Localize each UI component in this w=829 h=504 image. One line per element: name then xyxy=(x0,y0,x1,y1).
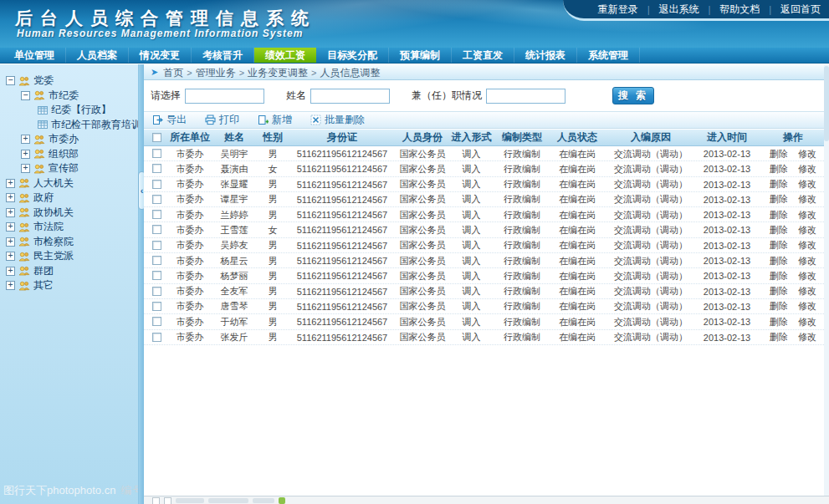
refresh-icon[interactable] xyxy=(279,497,285,504)
delete-link[interactable]: 删除 xyxy=(770,224,788,237)
select-all-checkbox[interactable] xyxy=(152,133,161,142)
expand-icon[interactable]: + xyxy=(21,150,30,159)
edit-link[interactable]: 修改 xyxy=(798,224,816,237)
row-checkbox[interactable] xyxy=(152,195,161,204)
delete-link[interactable]: 删除 xyxy=(770,331,788,344)
tree-node-人大机关[interactable]: +人大机关 xyxy=(0,176,138,191)
edit-link[interactable]: 修改 xyxy=(798,163,816,176)
delete-link[interactable]: 删除 xyxy=(770,193,788,206)
edit-link[interactable]: 修改 xyxy=(798,178,816,191)
vertical-scrollbar[interactable] xyxy=(824,64,829,496)
expand-icon[interactable]: + xyxy=(6,267,15,276)
expand-icon[interactable]: + xyxy=(6,237,15,247)
tree-node-纪委【行政】[interactable]: 纪委【行政】 xyxy=(0,103,138,118)
row-checkbox[interactable] xyxy=(152,287,161,296)
menu-item-绩效工资[interactable]: 绩效工资 xyxy=(254,48,316,63)
toolbar-button-批量删除[interactable]: 批量删除 xyxy=(310,113,365,127)
header-link-2[interactable]: 退出系统 xyxy=(658,3,699,17)
pager-control[interactable] xyxy=(152,497,160,504)
delete-link[interactable]: 删除 xyxy=(770,285,788,298)
row-checkbox[interactable] xyxy=(152,149,161,158)
tree-node-市纪检干部教育培训中心[interactable]: 市纪检干部教育培训中心 xyxy=(0,118,138,133)
menu-item-系统管理[interactable]: 系统管理 xyxy=(577,48,640,63)
collapse-icon[interactable]: − xyxy=(21,91,30,100)
edit-link[interactable]: 修改 xyxy=(798,300,816,313)
collapse-icon[interactable]: − xyxy=(6,76,15,85)
expand-icon[interactable]: + xyxy=(6,252,15,261)
row-checkbox[interactable] xyxy=(152,317,161,326)
scrollbar-thumb[interactable] xyxy=(824,66,829,141)
row-checkbox[interactable] xyxy=(152,210,161,219)
edit-link[interactable]: 修改 xyxy=(798,255,816,267)
tree-node-组织部[interactable]: +组织部 xyxy=(0,147,138,162)
breadcrumb-item-4[interactable]: 人员信息调整 xyxy=(320,67,381,79)
toolbar-button-新增[interactable]: 新增 xyxy=(258,113,292,127)
row-checkbox[interactable] xyxy=(152,241,161,250)
row-checkbox[interactable] xyxy=(152,256,161,265)
delete-link[interactable]: 删除 xyxy=(770,163,788,176)
tree-node-政协机关[interactable]: +政协机关 xyxy=(0,206,138,221)
menu-item-预算编制[interactable]: 预算编制 xyxy=(389,48,452,63)
duty-filter-input[interactable] xyxy=(486,89,565,104)
edit-link[interactable]: 修改 xyxy=(798,316,816,328)
edit-link[interactable]: 修改 xyxy=(798,193,816,206)
breadcrumb-item-3[interactable]: 业务变更调整 xyxy=(248,67,308,79)
delete-link[interactable]: 删除 xyxy=(770,255,788,267)
name-filter-input[interactable] xyxy=(310,89,390,104)
header-link-4[interactable]: 返回首页 xyxy=(780,3,821,17)
menu-item-目标奖分配[interactable]: 目标奖分配 xyxy=(316,48,389,63)
row-checkbox[interactable] xyxy=(152,180,161,189)
tree-node-其它[interactable]: +其它 xyxy=(0,278,138,293)
expand-icon[interactable]: + xyxy=(6,193,15,202)
delete-link[interactable]: 删除 xyxy=(770,270,788,283)
breadcrumb-item-2[interactable]: 管理业务 xyxy=(196,67,236,79)
tree-node-市委办[interactable]: +市委办 xyxy=(0,132,138,147)
menu-item-人员档案[interactable]: 人员档案 xyxy=(66,48,129,63)
row-checkbox[interactable] xyxy=(152,271,161,280)
select-filter-input[interactable] xyxy=(185,89,264,104)
delete-link[interactable]: 删除 xyxy=(770,239,788,252)
pager-control[interactable] xyxy=(164,497,171,504)
expand-icon[interactable]: + xyxy=(21,135,30,144)
tree-node-政府[interactable]: +政府 xyxy=(0,191,138,206)
edit-link[interactable]: 修改 xyxy=(798,148,816,160)
edit-link[interactable]: 修改 xyxy=(798,285,816,298)
menu-item-统计报表[interactable]: 统计报表 xyxy=(514,48,577,63)
edit-link[interactable]: 修改 xyxy=(798,270,816,283)
expand-icon[interactable]: + xyxy=(21,164,30,173)
tree-node-市法院[interactable]: +市法院 xyxy=(0,220,138,235)
delete-link[interactable]: 删除 xyxy=(770,209,788,221)
expand-icon[interactable]: + xyxy=(6,222,15,232)
toolbar-button-导出[interactable]: 导出 xyxy=(152,113,187,127)
sidebar-splitter[interactable]: ‹ xyxy=(138,64,144,504)
menu-item-情况变更[interactable]: 情况变更 xyxy=(129,48,192,63)
breadcrumb-item-1[interactable]: 首页 xyxy=(163,67,183,79)
menu-item-工资直发[interactable]: 工资直发 xyxy=(452,48,514,63)
tree-node-宣传部[interactable]: +宣传部 xyxy=(0,161,138,176)
expand-icon[interactable]: + xyxy=(6,179,15,188)
row-checkbox[interactable] xyxy=(152,333,161,342)
delete-link[interactable]: 删除 xyxy=(770,300,788,313)
row-checkbox[interactable] xyxy=(152,164,161,173)
delete-link[interactable]: 删除 xyxy=(770,148,788,160)
tree-node-市检察院[interactable]: +市检察院 xyxy=(0,235,138,250)
delete-link[interactable]: 删除 xyxy=(770,316,788,328)
edit-link[interactable]: 修改 xyxy=(798,239,816,252)
tree-node-群团[interactable]: +群团 xyxy=(0,264,138,279)
edit-link[interactable]: 修改 xyxy=(798,209,816,221)
menu-item-考核晋升[interactable]: 考核晋升 xyxy=(192,48,254,63)
tree-node-民主党派[interactable]: +民主党派 xyxy=(0,249,138,264)
menu-item-单位管理[interactable]: 单位管理 xyxy=(3,48,66,63)
header-link-1[interactable]: 重新登录 xyxy=(598,3,638,17)
row-checkbox[interactable] xyxy=(152,225,161,234)
edit-link[interactable]: 修改 xyxy=(798,331,816,344)
expand-icon[interactable]: + xyxy=(6,208,15,217)
search-button[interactable]: 搜 索 xyxy=(612,87,654,104)
tree-node-市纪委[interactable]: −市纪委 xyxy=(0,89,138,104)
header-link-3[interactable]: 帮助文档 xyxy=(719,3,760,17)
delete-link[interactable]: 删除 xyxy=(770,178,788,191)
toolbar-button-打印[interactable]: 打印 xyxy=(205,113,239,127)
row-checkbox[interactable] xyxy=(152,302,161,311)
expand-icon[interactable]: + xyxy=(6,281,15,290)
tree-node-党委[interactable]: −党委 xyxy=(0,74,138,89)
